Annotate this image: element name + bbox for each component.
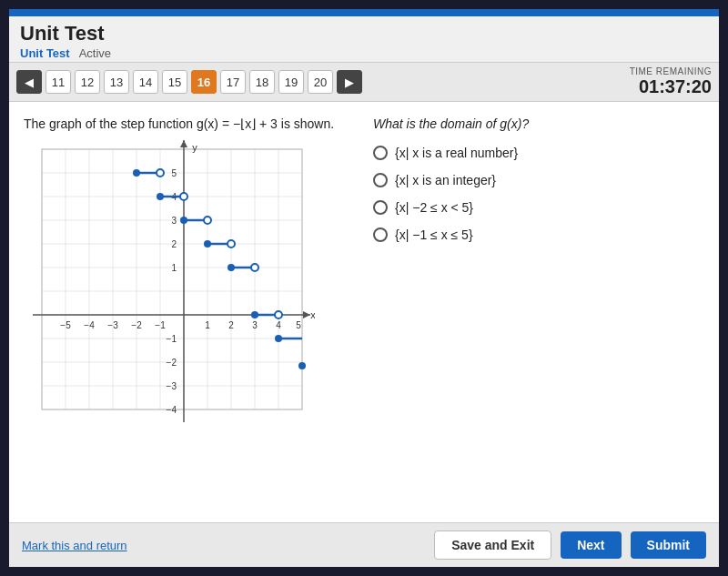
svg-point-65 bbox=[275, 335, 282, 342]
svg-point-60 bbox=[251, 264, 258, 271]
svg-text:−3: −3 bbox=[167, 381, 177, 391]
left-panel: The graph of the step function g(x) = −⌊… bbox=[24, 116, 355, 508]
svg-text:5: 5 bbox=[171, 168, 177, 178]
top-bar bbox=[9, 9, 719, 16]
svg-text:4: 4 bbox=[276, 320, 281, 330]
answer-option-4[interactable]: {x| −1 ≤ x ≤ 5} bbox=[373, 227, 704, 242]
svg-text:−1: −1 bbox=[155, 320, 166, 330]
right-panel: What is the domain of g(x)? {x| x is a r… bbox=[373, 116, 704, 508]
svg-text:1: 1 bbox=[205, 320, 210, 330]
time-label: TIME REMAINING bbox=[630, 66, 712, 76]
nav-btn-14[interactable]: 14 bbox=[133, 70, 158, 94]
nav-btn-17[interactable]: 17 bbox=[220, 70, 246, 94]
title-area: Unit Test Unit Test Active bbox=[9, 16, 719, 62]
svg-text:−5: −5 bbox=[60, 320, 71, 330]
nav-btn-15[interactable]: 15 bbox=[162, 70, 187, 94]
nav-bar: ◀ 11 12 13 14 15 16 17 18 19 20 ▶ TIME R… bbox=[9, 62, 719, 102]
nav-btn-11[interactable]: 11 bbox=[46, 70, 71, 94]
svg-text:−2: −2 bbox=[167, 358, 177, 368]
svg-text:−3: −3 bbox=[107, 320, 118, 330]
nav-btn-18[interactable]: 18 bbox=[249, 70, 275, 94]
svg-marker-23 bbox=[303, 311, 310, 318]
nav-btn-20[interactable]: 20 bbox=[308, 70, 333, 94]
svg-rect-0 bbox=[42, 149, 302, 409]
svg-text:−1: −1 bbox=[167, 334, 177, 344]
subtitle-row: Unit Test Active bbox=[20, 46, 708, 60]
next-arrow-btn[interactable]: ▶ bbox=[337, 70, 362, 94]
svg-text:5: 5 bbox=[296, 320, 301, 330]
option-text-4: {x| −1 ≤ x ≤ 5} bbox=[395, 227, 473, 242]
time-remaining: TIME REMAINING 01:37:20 bbox=[630, 66, 712, 97]
nav-btn-12[interactable]: 12 bbox=[75, 70, 100, 94]
svg-text:−4: −4 bbox=[84, 320, 95, 330]
graph-area: −5 −4 −3 −2 −1 1 2 3 4 5 x 5 4 3 2 1 bbox=[33, 140, 315, 431]
next-button[interactable]: Next bbox=[561, 531, 621, 559]
nav-btn-19[interactable]: 19 bbox=[278, 70, 304, 94]
answer-option-2[interactable]: {x| x is an integer} bbox=[373, 173, 704, 187]
svg-text:2: 2 bbox=[228, 320, 234, 330]
subtitle-link[interactable]: Unit Test bbox=[20, 46, 70, 60]
mark-return-link[interactable]: Mark this and return bbox=[22, 539, 127, 552]
svg-text:1: 1 bbox=[171, 263, 177, 273]
save-exit-button[interactable]: Save and Exit bbox=[434, 531, 551, 560]
svg-point-57 bbox=[228, 240, 235, 248]
answer-option-1[interactable]: {x| x is a real number} bbox=[373, 146, 704, 160]
svg-point-66 bbox=[298, 362, 306, 369]
submit-button[interactable]: Submit bbox=[631, 531, 706, 559]
option-text-2: {x| x is an integer} bbox=[395, 173, 496, 187]
main-content: The graph of the step function g(x) = −⌊… bbox=[9, 102, 719, 522]
nav-btn-16[interactable]: 16 bbox=[191, 70, 217, 94]
svg-text:x: x bbox=[310, 309, 315, 320]
nav-btn-13[interactable]: 13 bbox=[104, 70, 129, 94]
radio-2[interactable] bbox=[373, 173, 388, 187]
bottom-bar: Mark this and return Save and Exit Next … bbox=[9, 522, 719, 567]
svg-point-62 bbox=[251, 311, 258, 318]
svg-text:2: 2 bbox=[171, 239, 177, 249]
option-text-1: {x| x is a real number} bbox=[395, 146, 518, 160]
time-value: 01:37:20 bbox=[630, 76, 712, 97]
active-badge: Active bbox=[79, 46, 111, 60]
radio-4[interactable] bbox=[373, 227, 388, 242]
radio-1[interactable] bbox=[373, 146, 388, 160]
svg-point-56 bbox=[204, 240, 211, 248]
question-text: The graph of the step function g(x) = −⌊… bbox=[24, 116, 355, 131]
svg-point-59 bbox=[228, 264, 235, 271]
svg-point-54 bbox=[204, 217, 211, 224]
svg-point-48 bbox=[157, 169, 164, 177]
svg-point-63 bbox=[275, 311, 282, 318]
svg-point-51 bbox=[180, 193, 187, 200]
svg-text:3: 3 bbox=[171, 216, 177, 226]
page-title: Unit Test bbox=[20, 22, 708, 45]
graph-svg: −5 −4 −3 −2 −1 1 2 3 4 5 x 5 4 3 2 1 bbox=[33, 140, 315, 431]
svg-text:y: y bbox=[192, 142, 197, 153]
radio-3[interactable] bbox=[373, 200, 388, 215]
answer-option-3[interactable]: {x| −2 ≤ x < 5} bbox=[373, 200, 704, 215]
answer-question: What is the domain of g(x)? bbox=[373, 116, 704, 131]
svg-text:−2: −2 bbox=[131, 320, 142, 330]
svg-text:3: 3 bbox=[252, 320, 258, 330]
svg-point-53 bbox=[180, 217, 187, 224]
prev-arrow-btn[interactable]: ◀ bbox=[16, 70, 42, 94]
option-text-3: {x| −2 ≤ x < 5} bbox=[395, 200, 473, 215]
svg-point-50 bbox=[157, 193, 164, 200]
svg-point-47 bbox=[133, 169, 140, 177]
svg-text:−4: −4 bbox=[167, 405, 177, 415]
svg-marker-24 bbox=[180, 140, 187, 147]
screen: Unit Test Unit Test Active ◀ 11 12 13 14… bbox=[9, 9, 719, 567]
